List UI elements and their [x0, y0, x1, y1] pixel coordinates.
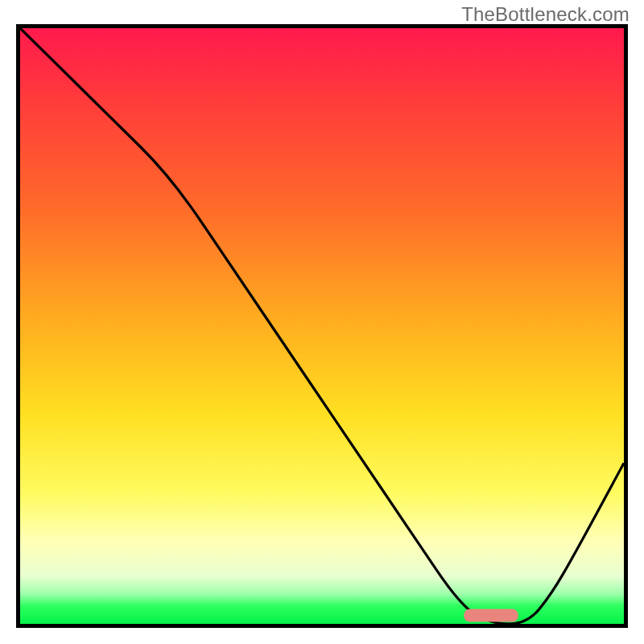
- plot-area: [16, 24, 628, 628]
- optimal-pill: [464, 609, 518, 622]
- bottleneck-chart: TheBottleneck.com: [0, 0, 644, 644]
- bottleneck-curve: [20, 28, 624, 624]
- watermark-text: TheBottleneck.com: [461, 3, 630, 26]
- curve-layer: [20, 28, 624, 624]
